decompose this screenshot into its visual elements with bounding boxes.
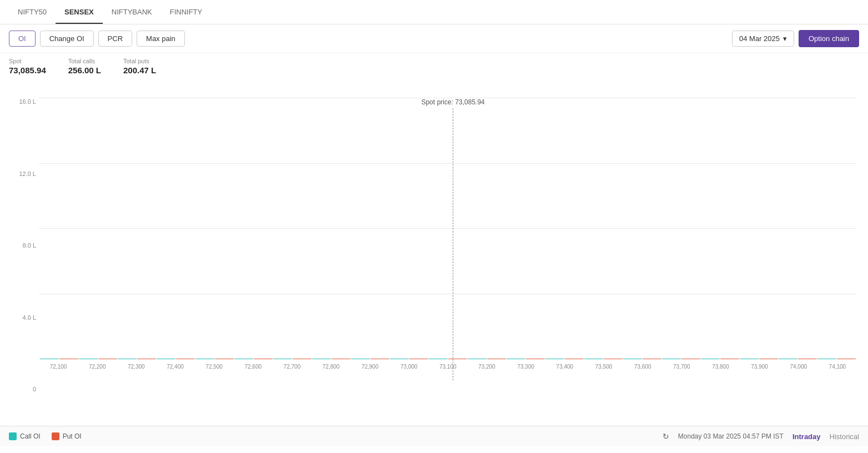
nav-tab-finnifty[interactable]: FINNIFTY bbox=[161, 1, 212, 24]
legend: Call OI Put OI bbox=[9, 432, 82, 440]
footer-right: ↻ Monday 03 Mar 2025 04:57 PM IST Intrad… bbox=[663, 432, 859, 441]
y-label-12: 12.0 L bbox=[19, 170, 36, 177]
refresh-icon: ↻ bbox=[663, 432, 669, 441]
option-chain-button[interactable]: Option chain bbox=[799, 30, 859, 47]
y-label-4: 4.0 L bbox=[23, 314, 36, 321]
x-label: 73,400 bbox=[545, 359, 584, 387]
spot-value: 73,085.94 bbox=[9, 66, 46, 75]
put-oi-legend: Put OI bbox=[52, 432, 82, 440]
y-label-0: 0 bbox=[33, 386, 36, 392]
max-pain-button[interactable]: Max pain bbox=[137, 31, 185, 47]
nav-tab-niftybank[interactable]: NIFTYBANK bbox=[103, 1, 161, 24]
spot-price-label: Spot price: 73,085.94 bbox=[422, 98, 485, 106]
total-calls-stat: Total calls 256.00 L bbox=[68, 58, 101, 75]
historical-button[interactable]: Historical bbox=[830, 432, 859, 441]
nav-tab-sensex[interactable]: SENSEX bbox=[56, 1, 103, 24]
y-label-8: 8.0 L bbox=[23, 242, 36, 249]
x-label: 72,600 bbox=[234, 359, 273, 387]
change-oi-button[interactable]: Change OI bbox=[40, 31, 94, 47]
x-label: 72,500 bbox=[195, 359, 234, 387]
spot-stat: Spot 73,085.94 bbox=[9, 58, 46, 75]
x-label: 72,200 bbox=[78, 359, 117, 387]
nav-tab-nifty50[interactable]: NIFTY50 bbox=[9, 1, 56, 24]
x-label: 72,800 bbox=[312, 359, 350, 387]
total-puts-value: 200.47 L bbox=[123, 66, 156, 75]
total-calls-label: Total calls bbox=[68, 58, 101, 64]
put-oi-label: Put OI bbox=[63, 432, 82, 440]
x-label: 73,900 bbox=[740, 359, 779, 387]
x-label: 72,300 bbox=[117, 359, 155, 387]
chevron-down-icon: ▾ bbox=[783, 34, 787, 43]
toolbar: OI Change OI PCR Max pain 04 Mar 2025 ▾ … bbox=[0, 24, 868, 53]
call-oi-label: Call OI bbox=[20, 432, 41, 440]
call-oi-legend: Call OI bbox=[9, 432, 41, 440]
x-label: 72,100 bbox=[39, 359, 78, 387]
x-label: 72,900 bbox=[350, 359, 389, 387]
x-label: 74,000 bbox=[779, 359, 818, 387]
top-nav: NIFTY50SENSEXNIFTYBANKFINNIFTY bbox=[0, 0, 868, 24]
intraday-button[interactable]: Intraday bbox=[792, 432, 821, 441]
x-label: 72,700 bbox=[273, 359, 312, 387]
timestamp: Monday 03 Mar 2025 04:57 PM IST bbox=[678, 432, 784, 440]
x-label: 73,700 bbox=[662, 359, 701, 387]
total-puts-label: Total puts bbox=[123, 58, 156, 64]
x-label: 73,300 bbox=[506, 359, 545, 387]
spot-label: Spot bbox=[9, 58, 46, 64]
date-label: 04 Mar 2025 bbox=[739, 34, 780, 43]
x-label: 74,100 bbox=[818, 359, 857, 387]
stats-row: Spot 73,085.94 Total calls 256.00 L Tota… bbox=[0, 53, 868, 82]
chart-container: Spot price: 73,085.94 16.0 L 12.0 L 8.0 … bbox=[0, 82, 868, 426]
total-calls-value: 256.00 L bbox=[68, 66, 101, 75]
x-label: 73,500 bbox=[584, 359, 623, 387]
y-axis: 16.0 L 12.0 L 8.0 L 4.0 L 0 bbox=[6, 98, 36, 392]
y-label-16: 16.0 L bbox=[19, 98, 36, 105]
x-label: 73,800 bbox=[701, 359, 740, 387]
call-oi-dot bbox=[9, 432, 17, 440]
x-label: 73,600 bbox=[623, 359, 662, 387]
oi-button[interactable]: OI bbox=[9, 31, 36, 47]
x-label: 72,400 bbox=[155, 359, 194, 387]
footer: Call OI Put OI ↻ Monday 03 Mar 2025 04:5… bbox=[0, 426, 868, 446]
put-oi-dot bbox=[52, 432, 59, 440]
total-puts-stat: Total puts 200.47 L bbox=[123, 58, 156, 75]
spot-price-indicator: Spot price: 73,085.94 bbox=[422, 98, 485, 380]
pcr-button[interactable]: PCR bbox=[98, 31, 132, 47]
date-selector[interactable]: 04 Mar 2025 ▾ bbox=[732, 31, 794, 47]
